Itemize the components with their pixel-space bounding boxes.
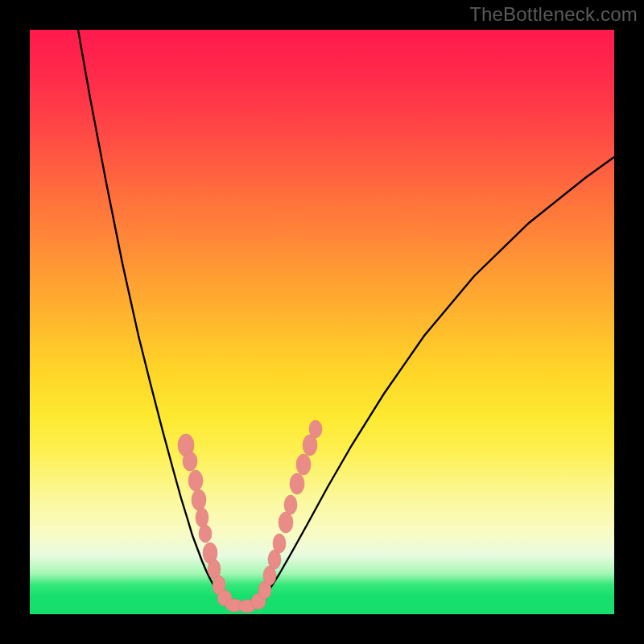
marker-dot [188, 470, 203, 491]
marker-dot [309, 420, 322, 438]
marker-cluster [178, 420, 322, 613]
marker-dot [183, 452, 197, 471]
chart-frame: TheBottleneck.com [0, 0, 644, 644]
marker-dot [192, 489, 206, 510]
marker-dot [296, 454, 311, 475]
plot-area [30, 30, 614, 614]
marker-dot [273, 534, 286, 553]
curve-layer [30, 30, 614, 614]
bottleneck-curve [78, 30, 614, 608]
watermark-text: TheBottleneck.com [469, 3, 638, 26]
marker-dot [284, 495, 297, 514]
marker-dot [199, 525, 212, 543]
marker-dot [196, 508, 208, 527]
marker-dot [290, 473, 304, 494]
marker-dot [279, 512, 293, 533]
